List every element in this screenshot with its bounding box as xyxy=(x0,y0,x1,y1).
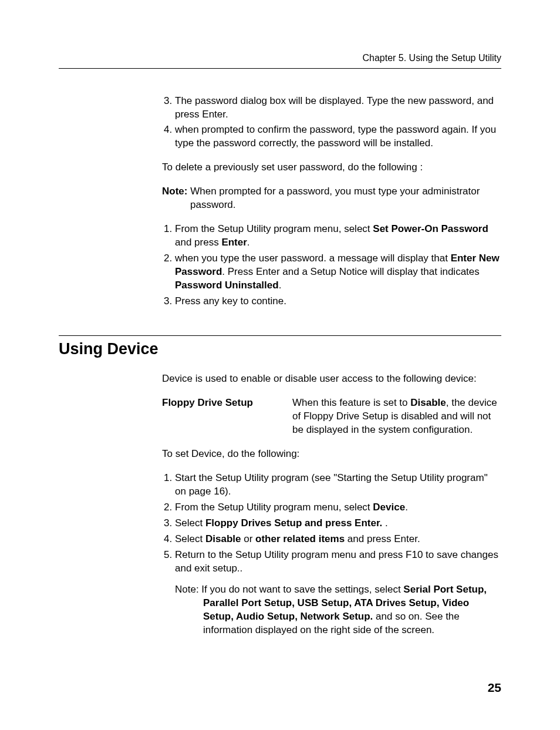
page-number: 25 xyxy=(488,679,501,696)
bold-text: Device xyxy=(373,502,405,513)
set-device-intro: To set Device, do the following: xyxy=(162,448,501,461)
bold-text: Disable xyxy=(205,533,241,544)
list-item: The password dialog box will be displaye… xyxy=(175,95,501,122)
text: . xyxy=(247,237,250,248)
content-column-section: Device is used to enable or disable user… xyxy=(162,372,501,637)
definition-term: Floppy Drive Setup xyxy=(162,396,292,410)
list-item: when prompted to confirm the password, t… xyxy=(175,123,501,150)
note-block-inner: Note: If you do not want to save the set… xyxy=(175,583,501,637)
text: when you type the user password. a messa… xyxy=(175,253,451,264)
list-item: Select Floppy Drives Setup and press Ent… xyxy=(175,517,501,530)
section-intro: Device is used to enable or disable user… xyxy=(162,372,501,386)
note-text: When prompted for a password, you must t… xyxy=(187,186,480,210)
set-device-list: Start the Setup Utility program (see "St… xyxy=(162,472,501,637)
text: . xyxy=(382,517,387,529)
text: . Press Enter and a Setup Notice will di… xyxy=(222,266,479,277)
bold-text: other related items xyxy=(255,533,345,544)
text: . xyxy=(405,502,408,513)
text: When this feature is set to xyxy=(292,397,410,408)
bold-text: Password Uninstalled xyxy=(175,280,279,291)
list-item: Return to the Setup Utility program menu… xyxy=(175,549,501,638)
bold-text: Floppy Drives Setup and press Enter. xyxy=(205,517,382,529)
bold-text: Disable xyxy=(410,397,446,408)
text: or xyxy=(241,533,255,544)
list-item: when you type the user password. a messa… xyxy=(175,252,501,292)
list-item: From the Setup Utility program menu, sel… xyxy=(175,501,501,514)
section-title: Using Device xyxy=(59,338,501,359)
header-rule xyxy=(59,68,501,69)
page: Chapter 5. Using the Setup Utility The p… xyxy=(0,0,560,730)
text: Select xyxy=(175,533,205,544)
bold-text: Set Power-On Password xyxy=(373,223,488,234)
password-set-list-continued: The password dialog box will be displaye… xyxy=(162,95,501,151)
list-item: From the Setup Utility program menu, sel… xyxy=(175,223,501,250)
list-item: Start the Setup Utility program (see "St… xyxy=(175,472,501,499)
text: From the Setup Utility program menu, sel… xyxy=(175,502,373,513)
text: and press xyxy=(175,237,221,248)
note-label: Note: xyxy=(175,584,199,595)
section-rule xyxy=(59,335,501,336)
text: Select xyxy=(175,517,205,529)
text: . xyxy=(279,280,282,291)
text: If you do not want to save the settings,… xyxy=(199,584,404,595)
note-label: Note: xyxy=(162,186,187,197)
delete-password-intro: To delete a previously set user password… xyxy=(162,161,501,174)
text: From the Setup Utility program menu, sel… xyxy=(175,223,373,234)
note-block: Note: When prompted for a password, you … xyxy=(162,185,501,212)
list-item: Select Disable or other related items an… xyxy=(175,533,501,546)
delete-password-list: From the Setup Utility program menu, sel… xyxy=(162,223,501,308)
text: Return to the Setup Utility program menu… xyxy=(175,549,498,574)
content-column-top: The password dialog box will be displaye… xyxy=(162,95,501,308)
text: and press Enter. xyxy=(345,533,420,544)
running-head: Chapter 5. Using the Setup Utility xyxy=(59,52,501,65)
definition-description: When this feature is set to Disable, the… xyxy=(292,396,501,437)
definition-row: Floppy Drive Setup When this feature is … xyxy=(162,396,501,437)
bold-text: Enter xyxy=(221,237,247,248)
list-item: Press any key to contine. xyxy=(175,295,501,308)
